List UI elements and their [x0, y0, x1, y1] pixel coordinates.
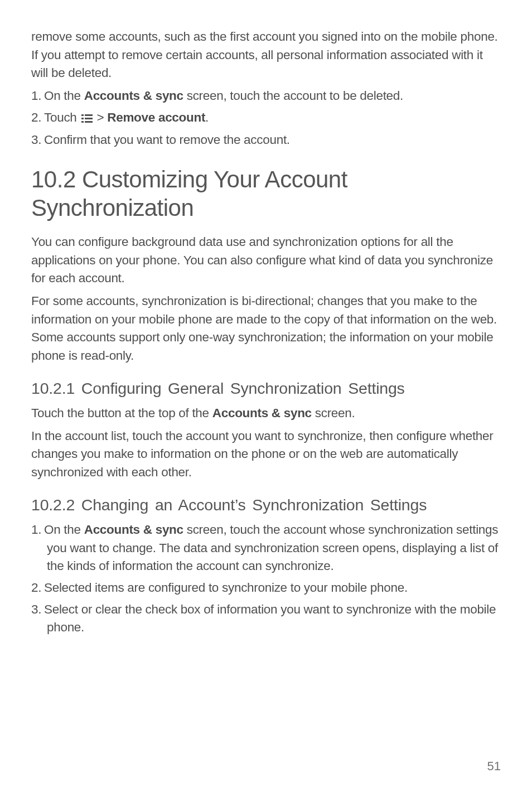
step-1-delete-account: 1.On the Accounts & sync screen, touch t… — [31, 87, 501, 105]
list-number: 2. — [31, 109, 44, 127]
list-number: 2. — [31, 579, 44, 597]
accounts-sync-label: Accounts & sync — [84, 523, 183, 537]
list-number: 1. — [31, 521, 44, 539]
text: Confirm that you want to remove the acco… — [44, 133, 290, 147]
sub1-paragraph-2: In the account list, touch the account y… — [31, 427, 501, 482]
svg-rect-3 — [85, 118, 93, 119]
sub2-step-3: 3.Select or clear the check box of infor… — [31, 601, 501, 637]
text: On the — [44, 523, 84, 537]
text: screen. — [312, 406, 355, 420]
text: . — [205, 110, 209, 124]
step-3-confirm: 3.Confirm that you want to remove the ac… — [31, 131, 501, 149]
accounts-sync-label: Accounts & sync — [84, 89, 183, 103]
list-number: 3. — [31, 601, 44, 619]
list-number: 1. — [31, 87, 44, 105]
section-paragraph-2: For some accounts, synchronization is bi… — [31, 292, 501, 365]
sub1-paragraph-1: Touch the button at the top of the Accou… — [31, 404, 501, 423]
svg-rect-1 — [85, 114, 93, 116]
page-container: remove some accounts, such as the first … — [0, 0, 532, 797]
text: On the — [44, 89, 84, 103]
svg-rect-4 — [81, 121, 84, 123]
sub2-step-1: 1.On the Accounts & sync screen, touch t… — [31, 521, 501, 576]
step-2-remove-account: 2.Touch > Remove account. — [31, 109, 501, 128]
text: Touch the button at the top of the — [31, 406, 212, 420]
text: Selected items are configured to synchro… — [44, 581, 408, 595]
accounts-sync-label: Accounts & sync — [212, 406, 312, 420]
intro-paragraph: remove some accounts, such as the first … — [31, 28, 501, 83]
text: screen, touch the account to be deleted. — [183, 89, 403, 103]
text: > — [94, 110, 108, 124]
text: Touch — [44, 110, 80, 124]
section-paragraph-1: You can configure background data use an… — [31, 233, 501, 288]
remove-account-label: Remove account — [107, 110, 205, 124]
page-number: 51 — [487, 759, 501, 774]
svg-rect-2 — [81, 118, 84, 119]
svg-rect-0 — [81, 114, 84, 116]
sub2-step-2: 2.Selected items are configured to synch… — [31, 579, 501, 597]
text: Select or clear the check box of informa… — [44, 602, 496, 635]
subsection-heading-10-2-1: 10.2.1 Configuring General Synchronizati… — [31, 378, 501, 399]
subsection-heading-10-2-2: 10.2.2 Changing an Account’s Synchroniza… — [31, 494, 501, 515]
section-heading-10-2: 10.2 Customizing Your Account Synchroniz… — [31, 165, 501, 222]
menu-icon — [81, 110, 93, 128]
svg-rect-5 — [85, 121, 93, 123]
list-number: 3. — [31, 131, 44, 149]
